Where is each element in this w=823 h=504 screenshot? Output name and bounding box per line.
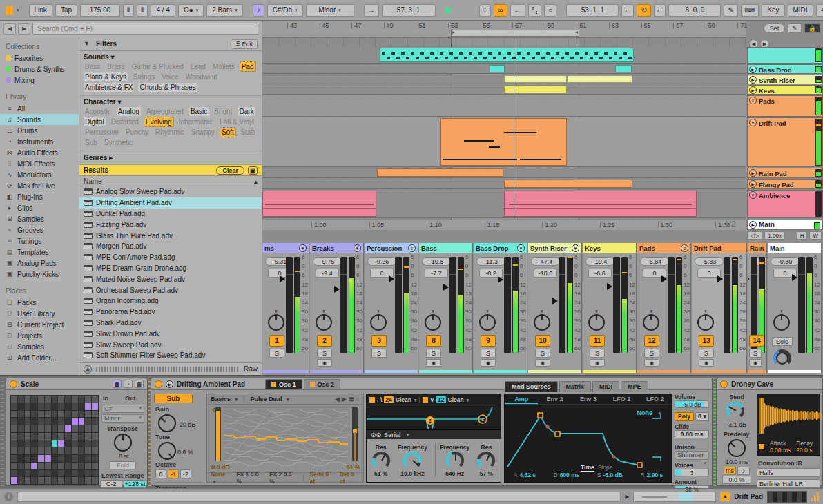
pan-knob[interactable]: [425, 314, 441, 331]
scale-grid-cell[interactable]: [31, 477, 37, 484]
monitor-button[interactable]: ◉: [590, 359, 605, 367]
osc-fx1-value[interactable]: FX 1 0.0 %: [237, 471, 264, 485]
mixer-track-title[interactable]: Keys: [583, 243, 636, 253]
scale-grid-cell[interactable]: [25, 403, 31, 410]
track-number[interactable]: 8: [426, 335, 441, 347]
send-knob[interactable]: [726, 402, 744, 420]
group-icon[interactable]: ≡: [681, 244, 688, 252]
scale-grid-cell[interactable]: [31, 470, 37, 477]
scale-grid[interactable]: [10, 395, 99, 485]
scale-grid-cell[interactable]: [45, 470, 51, 477]
scale-grid-cell[interactable]: [11, 455, 17, 462]
osc-gain-slider[interactable]: [215, 407, 221, 461]
scale-transpose-knob[interactable]: [114, 434, 132, 452]
res2-value[interactable]: 57 %: [480, 470, 493, 477]
wt-category-chooser[interactable]: Basics ▾: [211, 396, 238, 403]
sidebar-place-samples[interactable]: □Samples: [0, 341, 79, 352]
loop-brace[interactable]: [451, 30, 579, 37]
scale-in-label[interactable]: In: [103, 395, 108, 402]
mixer-track-title[interactable]: Drift Pad: [692, 243, 746, 253]
scale-grid-cell[interactable]: [11, 403, 17, 410]
scale-grid-cell[interactable]: [52, 411, 58, 418]
fader-handle[interactable]: [443, 284, 449, 291]
scale-grid-cell[interactable]: [65, 470, 71, 477]
session-record-link-icon[interactable]: ∞: [494, 4, 507, 17]
scale-grid-cell[interactable]: [52, 463, 58, 469]
sounds-tag-brass[interactable]: Brass: [106, 62, 126, 71]
scale-grid-cell[interactable]: [38, 403, 44, 410]
scale-grid-cell[interactable]: [18, 455, 24, 462]
scale-grid-cell[interactable]: [92, 418, 98, 425]
sounds-tag-lead[interactable]: Lead: [189, 62, 207, 71]
scale-grid-cell[interactable]: [79, 403, 85, 410]
mixer-track-title[interactable]: Percussion≡: [365, 243, 418, 253]
volume-fader[interactable]: [613, 257, 620, 353]
osc-detune-value[interactable]: Det 0 ct: [340, 471, 360, 485]
scale-grid-cell[interactable]: [92, 433, 98, 440]
scale-grid-cell[interactable]: [25, 411, 31, 418]
scale-grid-cell[interactable]: [92, 396, 98, 403]
zoom-width-button[interactable]: W: [809, 231, 822, 240]
sidebar-item-grooves[interactable]: ≈Grooves: [0, 224, 79, 235]
env-tab-lfo-[interactable]: LFO 2: [639, 394, 672, 404]
browser-file-row[interactable]: Analog Slow Sweep Pad.adv: [79, 186, 262, 197]
scale-grid-cell[interactable]: [11, 470, 17, 477]
character-tag-acoustic[interactable]: Acoustic: [84, 107, 113, 116]
volume-fader[interactable]: [395, 257, 402, 353]
predelay-value[interactable]: 10.0 ms: [726, 458, 748, 465]
sidebar-item-sounds[interactable]: ♫Sounds: [0, 114, 79, 125]
tempo-field[interactable]: 175.00: [80, 4, 120, 17]
main-track-header[interactable]: ▶ Main: [747, 220, 823, 230]
filter-routing-chooser[interactable]: ⊙⊙Serial▾: [367, 429, 501, 439]
filter2-shape-icon[interactable]: ∨: [430, 396, 434, 403]
preview-headphone-icon[interactable]: ◉: [84, 365, 92, 374]
scale-grid-cell[interactable]: [92, 440, 98, 447]
scale-grid-cell[interactable]: [72, 433, 78, 440]
arrangement-clip[interactable]: [504, 180, 632, 188]
scale-grid-cell[interactable]: [79, 477, 85, 484]
ir-attack-checkbox[interactable]: [759, 444, 764, 449]
solo-button[interactable]: S: [371, 349, 387, 358]
sounds-tag-voice[interactable]: Voice: [160, 72, 180, 81]
mixer-track-title[interactable]: ms▼: [262, 243, 309, 253]
sidebar-place-current-project[interactable]: ⊟Current Project: [0, 319, 79, 330]
warning-icon[interactable]: ▲: [720, 492, 730, 501]
crossfader-knob[interactable]: [773, 349, 791, 367]
mixer-track-title[interactable]: Breaks▼: [310, 243, 363, 253]
scale-grid-cell[interactable]: [58, 433, 64, 440]
scale-grid-cell[interactable]: [25, 440, 31, 447]
track-play-icon[interactable]: ▶: [749, 86, 757, 94]
peak-level-value[interactable]: -5.83: [695, 257, 724, 266]
scale-grid-cell[interactable]: [38, 463, 44, 469]
sub-tone-value[interactable]: 0.0 %: [177, 449, 193, 456]
browser-file-row[interactable]: Soft Shimmer Filter Sweep Pad.adv: [79, 350, 262, 361]
scale-grid-cell[interactable]: [79, 470, 85, 477]
mixer-strip-drift-pad[interactable]: Drift Pad-5.830606121824303642486013S◉: [692, 243, 747, 373]
scale-grid-cell[interactable]: [18, 447, 24, 454]
character-tag-sub[interactable]: Sub: [84, 138, 99, 147]
scale-grid-cell[interactable]: [45, 418, 51, 425]
wavetable-preview-icon[interactable]: ▶: [166, 380, 173, 388]
pan-knob[interactable]: [643, 314, 659, 331]
scale-grid-cell[interactable]: [25, 455, 31, 462]
solo-button[interactable]: S: [317, 349, 332, 358]
peak-level-value[interactable]: -9.75: [313, 257, 342, 266]
env-tab-env-[interactable]: Env 2: [538, 394, 571, 404]
env-decay-value[interactable]: 600 ms: [560, 472, 580, 478]
sounds-tag-piano-keys[interactable]: Piano & Keys: [84, 72, 128, 81]
fold-icon[interactable]: ▼: [749, 191, 757, 199]
track-header-rain-pad[interactable]: ▶Rain Pad: [747, 168, 823, 178]
sidebar-item-templates[interactable]: ▤Templates: [0, 246, 79, 258]
ir-waveform-display[interactable]: Attack0.00 ms Decay20.0 s: [757, 394, 820, 456]
wt-next-icon[interactable]: ▶: [342, 396, 347, 403]
time-ruler[interactable]: 1:001:051:101:151:201:251:301:35: [262, 220, 746, 230]
peak-level-value[interactable]: -47.4: [531, 257, 560, 266]
mixer-strip-rain-p[interactable]: Rain P-13.14S◉: [748, 243, 767, 373]
track-number[interactable]: 14: [749, 335, 764, 347]
env-tab-amp[interactable]: Amp: [505, 394, 538, 404]
predelay-sync-button[interactable]: ♪: [737, 467, 750, 475]
set-locator-button[interactable]: Set: [764, 23, 786, 33]
peak-level-value[interactable]: -5.84: [640, 257, 669, 266]
mixer-strip-bass-drop[interactable]: Bass Drop▼-11.3-0.260612182430364248609S…: [474, 243, 527, 373]
scale-grid-cell[interactable]: [31, 455, 37, 462]
